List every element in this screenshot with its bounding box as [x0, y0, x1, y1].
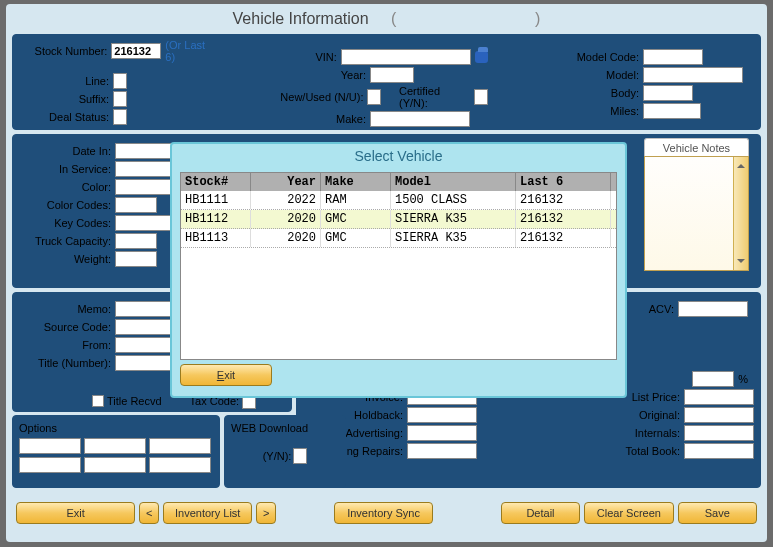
- grid-cell: SIERRA K35: [391, 210, 516, 228]
- grid-cell: GMC: [321, 229, 391, 247]
- select-vehicle-modal: Select Vehicle Stock# Year Make Model La…: [170, 142, 627, 398]
- header-section: Stock Number: (Or Last 6) Line: Suffix: …: [12, 34, 761, 130]
- memo-label: Memo:: [19, 303, 111, 315]
- option-cell[interactable]: [19, 438, 81, 454]
- key-codes-label: Key Codes:: [19, 217, 111, 229]
- acv-input[interactable]: [678, 301, 748, 317]
- list-price-input[interactable]: [684, 389, 754, 405]
- model-input[interactable]: [643, 67, 743, 83]
- list-price-label: List Price:: [618, 391, 680, 403]
- total-book-label: Total Book:: [618, 445, 680, 457]
- options-title: Options: [19, 422, 213, 434]
- internals-input[interactable]: [684, 425, 754, 441]
- col-model[interactable]: Model: [391, 173, 516, 191]
- total-book-input[interactable]: [684, 443, 754, 459]
- original-input[interactable]: [684, 407, 754, 423]
- or-last-6-link[interactable]: (Or Last 6): [165, 39, 217, 63]
- web-yn-label: (Y/N):: [263, 450, 292, 462]
- stock-number-label: Stock Number:: [17, 45, 107, 57]
- pending-repairs-input[interactable]: [407, 443, 477, 459]
- grid-cell: 2022: [251, 191, 321, 209]
- modal-title: Select Vehicle: [172, 144, 625, 168]
- vin-label: VIN:: [258, 51, 337, 63]
- year-input[interactable]: [370, 67, 414, 83]
- suffix-label: Suffix:: [17, 93, 109, 105]
- option-cell[interactable]: [149, 438, 211, 454]
- truck-capacity-input[interactable]: [115, 233, 157, 249]
- option-cell[interactable]: [84, 438, 146, 454]
- date-in-input[interactable]: [115, 143, 175, 159]
- stock-number-input[interactable]: [111, 43, 161, 59]
- option-cell[interactable]: [149, 457, 211, 473]
- title-recvd-label: Title Recvd: [107, 395, 162, 407]
- web-yn-input[interactable]: [293, 448, 307, 464]
- key-codes-input[interactable]: [115, 215, 175, 231]
- certified-label: Certified (Y/N):: [399, 85, 470, 109]
- next-button[interactable]: >: [256, 502, 276, 524]
- line-input[interactable]: [113, 73, 127, 89]
- grid-cell: SIERRA K35: [391, 229, 516, 247]
- exit-button[interactable]: Exit: [16, 502, 135, 524]
- year-label: Year:: [258, 69, 366, 81]
- holdback-input[interactable]: [407, 407, 477, 423]
- option-cell[interactable]: [19, 457, 81, 473]
- grid-body: HB11112022RAM1500 CLASS216132HB11122020G…: [181, 191, 616, 248]
- vehicle-notes-box[interactable]: [644, 156, 749, 271]
- window-title: Vehicle Information: [233, 10, 369, 27]
- body-input[interactable]: [643, 85, 693, 101]
- grid-cell: 1500 CLASS: [391, 191, 516, 209]
- color-codes-label: Color Codes:: [19, 199, 111, 211]
- prev-button[interactable]: <: [139, 502, 159, 524]
- table-row[interactable]: HB11122020GMCSIERRA K35216132: [181, 210, 616, 229]
- grid-cell: HB1111: [181, 191, 251, 209]
- vehicle-notes-tab[interactable]: Vehicle Notes: [644, 138, 749, 156]
- make-input[interactable]: [370, 111, 470, 127]
- in-service-input[interactable]: [115, 161, 175, 177]
- color-codes-input[interactable]: [115, 197, 157, 213]
- button-bar: Exit < Inventory List > Inventory Sync D…: [12, 498, 761, 528]
- table-row[interactable]: HB11112022RAM1500 CLASS216132: [181, 191, 616, 210]
- suffix-input[interactable]: [113, 91, 127, 107]
- detail-button[interactable]: Detail: [501, 502, 580, 524]
- col-stock[interactable]: Stock#: [181, 173, 251, 191]
- clear-screen-button[interactable]: Clear Screen: [584, 502, 673, 524]
- model-code-input[interactable]: [643, 49, 703, 65]
- new-used-label: New/Used (N/U):: [258, 91, 363, 103]
- vehicle-grid: Stock# Year Make Model Last 6 HB11112022…: [180, 172, 617, 360]
- advertising-input[interactable]: [407, 425, 477, 441]
- save-button[interactable]: Save: [678, 502, 757, 524]
- inventory-sync-button[interactable]: Inventory Sync: [334, 502, 433, 524]
- grid-cell: HB1113: [181, 229, 251, 247]
- table-row[interactable]: HB11132020GMCSIERRA K35216132: [181, 229, 616, 248]
- inventory-list-button[interactable]: Inventory List: [163, 502, 252, 524]
- col-make[interactable]: Make: [321, 173, 391, 191]
- deal-status-input[interactable]: [113, 109, 127, 125]
- color-label: Color:: [19, 181, 111, 193]
- vin-input[interactable]: [341, 49, 471, 65]
- weight-label: Weight:: [19, 253, 111, 265]
- col-last6[interactable]: Last 6: [516, 173, 611, 191]
- model-code-label: Model Code:: [553, 51, 639, 63]
- deal-status-label: Deal Status:: [17, 111, 109, 123]
- option-cell[interactable]: [84, 457, 146, 473]
- grid-cell: 216132: [516, 210, 611, 228]
- modal-exit-button[interactable]: Exit: [180, 364, 272, 386]
- color-input[interactable]: [115, 179, 175, 195]
- notes-scrollbar[interactable]: [733, 157, 748, 270]
- original-label: Original:: [618, 409, 680, 421]
- from-label: From:: [19, 339, 111, 351]
- line-label: Line:: [17, 75, 109, 87]
- new-used-input[interactable]: [367, 89, 381, 105]
- make-label: Make:: [258, 113, 366, 125]
- percent-input[interactable]: [692, 371, 734, 387]
- weight-input[interactable]: [115, 251, 157, 267]
- miles-input[interactable]: [643, 103, 701, 119]
- model-label: Model:: [553, 69, 639, 81]
- source-code-label: Source Code:: [19, 321, 111, 333]
- title-paren-open: (: [391, 10, 396, 27]
- title-recvd-checkbox[interactable]: [92, 395, 104, 407]
- certified-input[interactable]: [474, 89, 488, 105]
- col-year[interactable]: Year: [251, 173, 321, 191]
- car-icon[interactable]: [475, 51, 488, 63]
- grid-cell: 2020: [251, 210, 321, 228]
